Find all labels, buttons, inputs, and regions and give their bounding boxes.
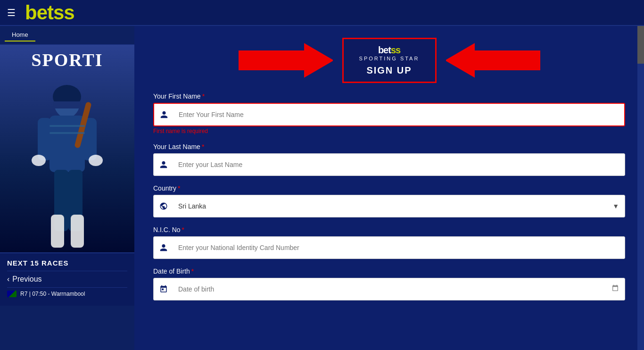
svg-rect-7: [53, 101, 81, 108]
chevron-left-icon: ‹: [7, 275, 9, 283]
country-label: Country*: [153, 184, 625, 192]
last-name-input-wrapper: [153, 153, 625, 176]
country-group: Country* Sri Lanka Australia United King…: [153, 184, 625, 217]
person-icon: [154, 104, 174, 125]
center-brand: betss: [358, 45, 421, 56]
svg-rect-13: [50, 125, 85, 127]
left-arrow: [239, 42, 333, 79]
nic-group: N.I.C. No*: [153, 226, 625, 259]
promo-header: betss Sporting Star SIGN UP: [134, 26, 644, 90]
last-name-label: Your Last Name*: [153, 143, 625, 150]
first-name-input-wrapper: [153, 103, 625, 126]
dob-input[interactable]: [173, 278, 606, 300]
svg-point-9: [32, 155, 46, 166]
svg-rect-14: [50, 132, 85, 134]
dob-input-wrapper: [153, 278, 625, 300]
signup-area: betss Sporting Star SIGN UP Your First N…: [134, 26, 644, 350]
dob-label: Date of Birth*: [153, 267, 625, 275]
previous-button[interactable]: ‹ Previous: [7, 271, 127, 287]
next-races-title: NEXT 15 RACES: [7, 259, 127, 267]
svg-rect-12: [71, 215, 84, 248]
nic-input[interactable]: [173, 237, 625, 258]
hamburger-icon[interactable]: ☰: [7, 7, 16, 18]
nic-input-wrapper: [153, 236, 625, 259]
header: ☰ betss: [0, 0, 644, 26]
nav-item-home[interactable]: Home: [5, 29, 35, 42]
svg-rect-11: [51, 215, 64, 248]
signup-form: Your First Name* First name is required …: [134, 90, 644, 323]
person-icon-2: [154, 154, 173, 175]
dob-group: Date of Birth*: [153, 267, 625, 300]
calendar-icon: [154, 278, 173, 300]
svg-rect-2: [38, 118, 52, 160]
scrollbar-thumb[interactable]: [637, 26, 644, 64]
race-item[interactable]: R7 | 07:50 - Warrnambool: [7, 287, 127, 300]
chevron-down-icon: ▼: [607, 202, 625, 210]
country-input-wrapper: Sri Lanka Australia United Kingdom India…: [153, 195, 625, 217]
globe-icon: [154, 195, 173, 217]
svg-marker-15: [239, 44, 333, 77]
center-sub-label: Sporting Star: [358, 56, 421, 61]
logo: betss: [25, 1, 74, 24]
player-background: Sporti: [0, 45, 134, 252]
first-name-group: Your First Name* First name is required: [153, 92, 625, 134]
id-card-icon: [154, 237, 173, 258]
flag-icon: [7, 291, 17, 297]
scrollbar[interactable]: [637, 26, 644, 350]
first-name-error: First name is required: [153, 128, 625, 134]
nic-label: N.I.C. No*: [153, 226, 625, 233]
next-races-section: NEXT 15 RACES ‹ Previous R7 | 07:50 - Wa…: [0, 252, 134, 306]
center-logo-box: betss Sporting Star SIGN UP: [342, 38, 437, 83]
sidebar-image: Sporti: [0, 45, 134, 252]
first-name-label: Your First Name*: [153, 92, 625, 100]
sidebar: Sporti: [0, 45, 134, 350]
player-illustration: [0, 54, 134, 252]
country-select[interactable]: Sri Lanka Australia United Kingdom India…: [173, 195, 607, 217]
svg-point-10: [89, 155, 103, 166]
svg-marker-16: [446, 44, 540, 77]
last-name-group: Your Last Name*: [153, 143, 625, 176]
center-signup-label: SIGN UP: [358, 65, 421, 76]
calendar-icon-right: [606, 284, 625, 294]
last-name-input[interactable]: [173, 154, 625, 175]
logo-text: betss: [25, 1, 74, 24]
first-name-input[interactable]: [174, 104, 624, 125]
right-arrow: [446, 42, 540, 79]
